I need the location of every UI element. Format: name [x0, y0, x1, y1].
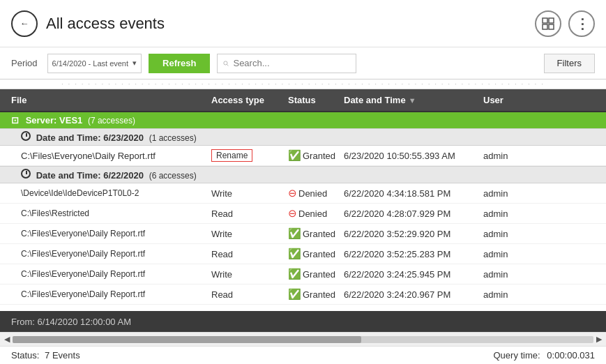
header-right: ⋮ — [535, 10, 595, 37]
cell-datetime: 6/22/2020 4:34:18.581 PM — [338, 185, 478, 201]
cell-status: ⊖ Denied — [282, 206, 338, 221]
cell-user: admin — [478, 148, 561, 163]
scroll-right-icon[interactable]: ▶ — [596, 335, 602, 344]
status-bar: Status: 7 Events Query time: 0:00:00.031 — [0, 346, 606, 364]
table-row: \Device\Ide\IdeDeviceP1T0L0-2 Write ⊖ De… — [0, 183, 606, 204]
date-group-label-1: Date and Time: 6/23/2020 (1 accesses) — [21, 131, 585, 143]
table-body: ⊡ Server: VES1 (7 accesses) Date and Tim… — [0, 112, 606, 311]
col-access-type: Access type — [206, 93, 282, 107]
date-group-label-2: Date and Time: 6/22/2020 (6 accesses) — [21, 169, 585, 181]
grid-icon-button[interactable] — [535, 10, 561, 37]
cell-status: ✅ Granted — [282, 287, 338, 302]
footer-info-bar: From: 6/14/2020 12:00:00 AM — [0, 311, 606, 332]
cell-file: \Device\Ide\IdeDeviceP1T0L0-2 — [0, 185, 206, 201]
more-icon: ⋮ — [575, 17, 589, 31]
svg-rect-3 — [549, 24, 554, 29]
svg-rect-0 — [543, 18, 547, 23]
rename-badge: Rename — [211, 149, 252, 162]
cell-access-type: Read — [206, 206, 282, 221]
server-group-row: ⊡ Server: VES1 (7 accesses) — [0, 112, 606, 128]
status-left: Status: 7 Events — [11, 350, 80, 361]
status-icon: ✅ — [288, 288, 301, 301]
cell-user: admin — [478, 287, 561, 302]
search-input[interactable] — [233, 58, 350, 68]
cell-datetime: 6/22/2020 3:24:20.967 PM — [338, 287, 478, 302]
server-label: ⊡ Server: VES1 (7 accesses) — [11, 115, 595, 126]
scroll-track[interactable] — [13, 336, 593, 343]
cell-status: ✅ Granted — [282, 226, 338, 241]
date-label-2: Date and Time: 6/22/2020 — [36, 170, 144, 181]
period-arrow: ▾ — [132, 59, 137, 68]
cell-file: C:\Files\Everyone\Daily Report.rtf — [0, 287, 206, 302]
cell-access-type: Write — [206, 266, 282, 282]
status-icon: ✅ — [288, 268, 301, 280]
filters-button[interactable]: Filters — [544, 54, 595, 73]
scroll-thumb[interactable] — [13, 336, 361, 343]
cell-file: C:\Files\Everyone\Daily Report.rtf — [0, 148, 206, 163]
date-label-1: Date and Time: 6/23/2020 — [36, 132, 144, 143]
cell-access-type: Write — [206, 185, 282, 201]
table-row: C:\Files\Everyone\Daily Report.rtf Read … — [0, 285, 606, 305]
clock-icon-1 — [21, 131, 31, 141]
back-button[interactable]: ← — [11, 10, 38, 37]
scroll-left-icon[interactable]: ◀ — [4, 335, 10, 344]
table-row: C:\Files\Everyone\Daily Report.rtf Read … — [0, 244, 606, 264]
back-icon: ← — [20, 18, 29, 29]
status-icon: ✅ — [288, 248, 301, 260]
cell-datetime: 6/22/2020 4:28:07.929 PM — [338, 206, 478, 221]
date-group-row-2: Date and Time: 6/22/2020 (6 accesses) — [0, 166, 606, 183]
search-icon — [223, 59, 229, 68]
query-time: 0:00:00.031 — [547, 350, 595, 361]
more-options-button[interactable]: ⋮ — [568, 10, 595, 37]
search-box[interactable] — [217, 54, 356, 73]
status-icon: ⊖ — [288, 207, 297, 220]
grid-icon — [542, 17, 554, 30]
cell-datetime: 6/22/2020 3:24:25.945 PM — [338, 266, 478, 282]
cell-file: C:\Files\Everyone\Daily Report.rtf — [0, 226, 206, 241]
query-label: Query time: — [494, 350, 540, 361]
from-label: From: 6/14/2020 12:00:00 AM — [11, 317, 131, 327]
period-dropdown[interactable]: 6/14/2020 - Last event ▾ — [47, 54, 142, 73]
table-row: C:\Files\Everyone\Daily Report.rtf Write… — [0, 224, 606, 244]
event-count: 7 Events — [45, 350, 80, 361]
cell-user: admin — [478, 185, 561, 201]
header: ← All access events ⋮ — [0, 0, 606, 47]
col-datetime: Date and Time ▼ — [338, 93, 478, 107]
horizontal-scrollbar[interactable]: ◀ ▶ — [0, 332, 606, 346]
cell-access-type: Read — [206, 287, 282, 302]
refresh-button[interactable]: Refresh — [149, 54, 210, 73]
status-icon: ⊖ — [288, 187, 297, 199]
status-label: Status: — [11, 350, 39, 361]
table-row: C:\Files\Everyone\Daily Report.rtf Renam… — [0, 146, 606, 166]
period-value: 6/14/2020 - Last event — [52, 59, 128, 68]
table-header: File Access type Status Date and Time ▼ … — [0, 89, 606, 112]
server-count: (7 accesses) — [88, 116, 135, 126]
clock-icon-2 — [21, 169, 31, 179]
col-status: Status — [282, 93, 338, 107]
cell-status: ✅ Granted — [282, 246, 338, 261]
cell-access-type: Write — [206, 226, 282, 241]
cell-file: C:\Files\Everyone\Daily Report.rtf — [0, 266, 206, 282]
cell-user: admin — [478, 206, 561, 221]
toolbar: Period 6/14/2020 - Last event ▾ Refresh … — [0, 47, 606, 79]
cell-datetime: 6/23/2020 10:50:55.393 AM — [338, 148, 478, 163]
svg-rect-2 — [543, 24, 547, 29]
table-row: C:\Files\Everyone\Daily Report.rtf Write… — [0, 264, 606, 285]
cell-file: C:\Files\Restricted — [0, 206, 206, 221]
server-icon: ⊡ — [11, 115, 19, 126]
cell-datetime: 6/22/2020 3:52:25.283 PM — [338, 246, 478, 261]
svg-rect-1 — [549, 18, 554, 23]
cell-datetime: 6/22/2020 3:52:29.920 PM — [338, 226, 478, 241]
sort-arrow-icon: ▼ — [409, 96, 416, 105]
server-name: Server: VES1 — [26, 115, 83, 126]
table-row: C:\Files\Restricted Read ⊖ Denied 6/22/2… — [0, 204, 606, 224]
period-label: Period — [11, 58, 38, 68]
cell-user: admin — [478, 266, 561, 282]
date-group-row-1: Date and Time: 6/23/2020 (1 accesses) — [0, 128, 606, 146]
status-icon: ✅ — [288, 227, 301, 240]
cell-access-type: Read — [206, 246, 282, 261]
cell-user: admin — [478, 246, 561, 261]
page-title: All access events — [46, 15, 165, 33]
divider: · · · · · · · · · · · · · · · · · · · · … — [0, 79, 606, 89]
col-file: File — [0, 93, 206, 107]
